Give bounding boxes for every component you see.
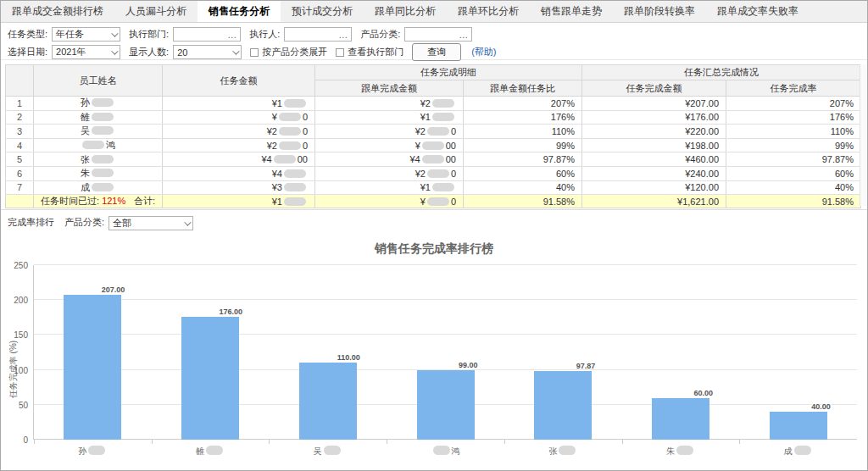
bar-0[interactable]: 207.00 [64,295,121,440]
ellipsis-lookup-icon[interactable]: … [227,30,236,40]
tab-0[interactable]: 跟单成交金额排行榜 [1,1,114,22]
chart-plot-area: 050100150200250207.00176.00110.0099.0097… [33,265,857,440]
table-scrollbar-gutter[interactable] [860,64,866,206]
y-axis-tick-label: 150 [14,330,28,340]
expand-by-product-checkbox[interactable] [250,48,259,57]
query-button[interactable]: 查询 [412,43,461,61]
col-task-amount: 任务金额 [163,65,315,97]
bar-4[interactable]: 97.87 [534,371,592,440]
rank-category-label: 产品分类: [64,216,104,229]
executor-input[interactable]: … [284,27,352,42]
completion-rate: 60% [726,166,861,180]
bar-category: 207.00 [34,265,152,440]
y-axis-tick-label: 250 [14,261,28,270]
date-label: 选择日期: [8,46,47,58]
row-number: 4 [6,138,34,152]
row-number: 7 [6,180,34,195]
filter-row-1: 任务类型: 年任务 执行部门: … 执行人: … 产品分类: … [8,26,860,42]
x-axis-label: 鸿 [387,440,504,457]
filter-row-2: 选择日期: 2021年 显示人数: 20 按产品分类展开 查看执行部门 查询 (… [8,44,860,60]
total-followup-amount: ¥0 [315,195,464,208]
followup-ratio: 207% [464,97,582,111]
completion-rate: 99% [726,138,861,152]
completed-amount: ¥120.00 [582,180,726,195]
product-category-input[interactable]: … [404,27,472,42]
x-axis-label: 雒 [152,440,270,457]
redacted-text [88,446,105,455]
bar-series: 207.00176.00110.0099.0097.8760.0040.00 [34,265,857,440]
completed-amount: ¥198.00 [582,138,726,152]
task-amount: ¥20 [163,138,315,152]
total-task-amount: ¥1 [163,195,315,208]
ellipsis-lookup-icon[interactable]: … [338,30,348,40]
tab-7[interactable]: 跟单阶段转换率 [613,1,706,22]
x-axis-label: 吴 [269,440,387,457]
exec-dept-label: 执行部门: [129,28,169,41]
total-name-cell: 任务时间已过: 121% 合计: [34,195,163,208]
redacted-text [82,141,104,149]
col-followup-amount: 跟单完成金额 [315,80,464,97]
row-number: 1 [6,97,34,111]
followup-amount: ¥20 [315,125,464,139]
bar-data-label: 99.00 [459,361,478,369]
tab-3[interactable]: 预计成交分析 [281,1,364,22]
col-completed-amount: 任务完成金额 [582,80,726,97]
employee-name: 吴 [34,125,163,139]
x-axis-label: 张 [504,440,622,457]
tab-6[interactable]: 销售跟单走势 [530,1,613,22]
rank-category-select[interactable]: 全部 [108,216,193,230]
table-row: 6朱¥4¥2060%¥240.0060% [6,166,861,180]
tab-1[interactable]: 人员漏斗分析 [114,1,198,22]
tab-4[interactable]: 跟单同比分析 [364,1,447,22]
rank-section: 完成率排行 产品分类: 全部 [1,209,867,235]
redacted-text [284,99,306,108]
row-number: 2 [6,110,34,125]
x-axis-label: 成 [739,440,857,457]
bar-2[interactable]: 110.00 [299,363,357,440]
row-number: 6 [6,166,34,180]
table-row: 7成¥3¥140%¥120.0040% [6,180,861,195]
followup-amount: ¥00 [315,138,464,152]
total-followup-ratio: 91.58% [464,195,582,208]
tab-8[interactable]: 跟单成交率失败率 [706,1,810,22]
date-value: 2021年 [56,46,86,58]
followup-ratio: 99% [464,138,582,152]
bar-1[interactable]: 176.00 [181,317,239,440]
redacted-text [274,155,296,163]
bar-6[interactable]: 40.00 [770,412,827,440]
chart-title: 销售任务完成率排行榜 [1,236,867,257]
tab-5[interactable]: 跟单环比分析 [447,1,530,22]
task-type-value: 年任务 [56,28,84,41]
followup-ratio: 60% [464,166,582,180]
display-count-label: 显示人数: [129,46,169,58]
y-axis-tick-label: 0 [23,435,28,445]
employee-name: 张 [34,152,163,167]
task-type-select[interactable]: 年任务 [52,27,120,42]
employee-name: 雒 [34,110,163,125]
bar-5[interactable]: 60.00 [652,398,709,440]
redacted-text [324,446,341,455]
bar-category: 176.00 [152,265,270,440]
bar-3[interactable]: 99.00 [417,370,475,440]
bar-data-label: 97.87 [576,362,596,370]
bar-data-label: 40.00 [811,402,831,411]
redacted-text [427,197,449,206]
date-select[interactable]: 2021年 [52,45,120,59]
employee-name: 孙 [34,97,163,111]
completion-rate: 110% [726,125,861,139]
bar-data-label: 176.00 [220,308,243,316]
row-number: 5 [6,152,34,167]
display-count-value: 20 [177,47,187,58]
redacted-text [432,99,454,108]
executor-label: 执行人: [249,28,280,41]
tab-2[interactable]: 销售任务分析 [198,1,281,22]
bar-category: 99.00 [387,265,504,440]
view-exec-dept-checkbox[interactable] [336,48,344,57]
group-task-detail: 任务完成明细 [315,65,582,80]
help-link[interactable]: (帮助) [471,46,496,58]
display-count-select[interactable]: 20 [173,45,242,59]
redacted-text [432,113,454,121]
exec-dept-input[interactable]: … [173,27,241,42]
y-axis-tick-label: 200 [14,296,28,305]
ellipsis-lookup-icon[interactable]: … [459,30,468,40]
